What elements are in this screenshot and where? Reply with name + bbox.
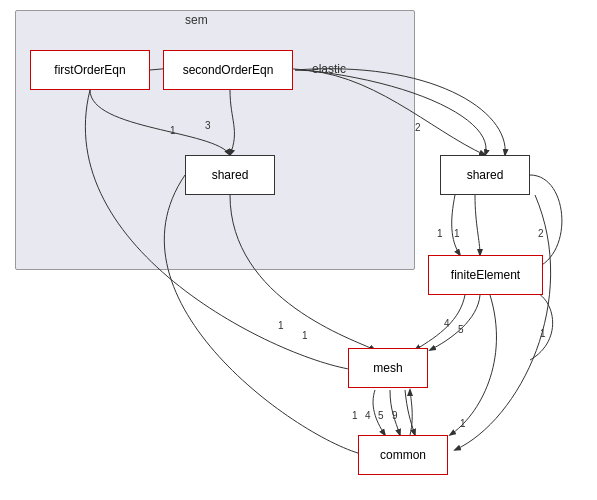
edge-label-1c: 1 [454,228,460,239]
diagram-container: sem [0,0,597,500]
node-shared-right: shared [440,155,530,195]
edge-label-4b: 4 [365,410,371,421]
edge-label-5b: 5 [378,410,384,421]
edge-label-1f: 1 [352,410,358,421]
edge-label-2b: 2 [538,228,544,239]
node-mesh: mesh [348,348,428,388]
edge-label-1e: 1 [278,320,284,331]
edge-label-1g: 1 [302,330,308,341]
edge-label-1a: 1 [170,125,176,136]
edge-label-1b: 1 [437,228,443,239]
edge-label-1d: 1 [540,328,546,339]
node-firstOrderEqn: firstOrderEqn [30,50,150,90]
edge-label-2a: 2 [415,122,421,133]
edge-label-9: 9 [392,410,398,421]
edge-label-3: 3 [205,120,211,131]
node-common: common [358,435,448,475]
edge-label-4: 4 [444,318,450,329]
node-secondOrderEqn: secondOrderEqn [163,50,293,90]
edge-label-5: 5 [458,324,464,335]
elastic-label: elastic [312,62,346,76]
node-finiteElement: finiteElement [428,255,543,295]
node-shared-left: shared [185,155,275,195]
edge-label-2c: 1 [460,418,466,429]
